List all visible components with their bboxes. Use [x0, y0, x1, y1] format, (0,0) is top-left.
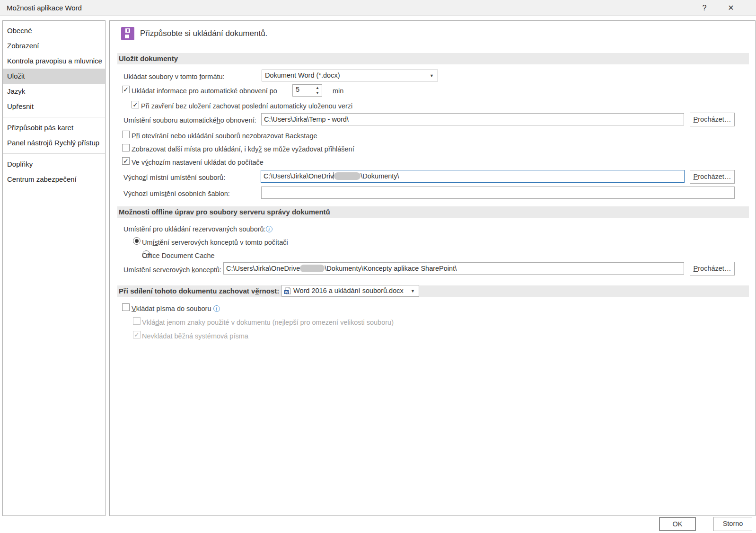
chevron-down-icon: ▼ — [430, 70, 434, 81]
autorecover-location-input[interactable]: C:\Users\Jirka\Temp - word\ — [261, 113, 684, 125]
no-backstage-checkbox[interactable] — [122, 131, 130, 138]
sidebar: Obecné Zobrazení Kontrola pravopisu a ml… — [2, 20, 105, 516]
embed-fonts-label[interactable]: Vkládat písma do souboru i — [132, 304, 220, 313]
fidelity-label: Při sdílení tohoto dokumentu zachovat vě… — [119, 287, 279, 295]
checkout-location-label: Umístění pro ukládání rezervovaných soub… — [123, 225, 273, 233]
main-panel: Přizpůsobte si ukládání dokumentů. Uloži… — [109, 20, 756, 516]
server-drafts-location-label: Umístění serverových konceptů: — [123, 266, 221, 274]
no-common-fonts-checkbox — [133, 331, 141, 338]
keep-last-autosave-label[interactable]: Při zavření bez uložení zachovat posledn… — [141, 102, 352, 110]
autorecover-location-label: Umístění souboru automatického obnovení: — [123, 116, 256, 124]
info-icon[interactable]: i — [213, 305, 220, 312]
no-backstage-label[interactable]: Při otevírání nebo ukládání souborů nezo… — [132, 132, 317, 140]
default-local-input[interactable]: C:\Users\Jirka\OneDriv\Dokumenty\ — [261, 170, 685, 183]
sidebar-item-rychly-pristup[interactable]: Panel nástrojů Rychlý přístup — [3, 135, 105, 151]
default-local-value-post: \Dokumenty\ — [360, 172, 399, 180]
subset-fonts-checkbox — [133, 317, 141, 325]
minutes-label: min — [333, 87, 343, 95]
stepper-down-icon[interactable]: ▼ — [316, 91, 319, 95]
ok-button[interactable]: OK — [659, 517, 696, 531]
autosave-minutes-stepper[interactable]: 5 ▲ ▼ — [292, 84, 322, 97]
browse-server-drafts-button[interactable]: Procházet… — [690, 262, 735, 275]
format-dropdown[interactable]: Dokument Word (*.docx) ▼ — [262, 70, 438, 81]
server-drafts-radio[interactable] — [133, 237, 141, 245]
browse-default-local-button[interactable]: Procházet… — [690, 170, 735, 184]
sidebar-item-upresnit[interactable]: Upřesnit — [3, 99, 105, 114]
keep-last-autosave-checkbox[interactable] — [132, 101, 139, 108]
sidebar-divider — [3, 153, 105, 154]
stepper-up-icon[interactable]: ▲ — [316, 86, 319, 90]
checkout-location-text: Umístění pro ukládání rezervovaných soub… — [123, 225, 266, 233]
default-local-label: Výchozí místní umístění souborů: — [123, 173, 225, 182]
no-common-fonts-label: Nevkládat běžná systémová písma — [142, 332, 248, 340]
format-label: Ukládat soubory v tomto formátu: — [123, 72, 225, 81]
templates-location-label: Výchozí umístění osobních šablon: — [123, 189, 230, 198]
cancel-button[interactable]: Storno — [713, 517, 752, 531]
page-title: Přizpůsobte si ukládání dokumentů. — [140, 29, 267, 38]
dialog-title: Možnosti aplikace Word — [7, 4, 82, 12]
info-icon[interactable]: i — [266, 226, 273, 232]
autosave-checkbox[interactable] — [122, 86, 130, 93]
subset-fonts-label: Vkládat jenom znaky použité v dokumentu … — [142, 318, 394, 327]
svg-text:W: W — [285, 290, 288, 294]
embed-fonts-text: Vkládat písma do souboru — [132, 305, 211, 312]
save-to-computer-label[interactable]: Ve výchozím nastavení ukládat do počítač… — [132, 158, 264, 167]
templates-location-input[interactable] — [261, 187, 735, 199]
more-places-label[interactable]: Zobrazovat další místa pro ukládání, i k… — [132, 145, 354, 153]
sidebar-item-ulozit[interactable]: Uložit — [3, 69, 105, 84]
redacted-text — [334, 172, 360, 180]
server-drafts-value-post: \Dokumenty\Koncepty aplikace SharePoint\ — [325, 265, 457, 272]
dialog-titlebar: Možnosti aplikace Word ? ✕ — [0, 0, 756, 16]
section-save-documents: Uložit dokumenty — [117, 53, 749, 64]
fidelity-document-dropdown[interactable]: W Word 2016 a ukládání souborů.docx ▼ — [281, 285, 419, 297]
sidebar-item-obecne[interactable]: Obecné — [3, 23, 105, 38]
sidebar-divider — [3, 117, 105, 117]
default-local-value-pre: C:\Users\Jirka\OneDriv — [264, 172, 334, 180]
sidebar-item-zobrazeni[interactable]: Zobrazení — [3, 38, 105, 53]
sidebar-item-kontrola[interactable]: Kontrola pravopisu a mluvnice — [3, 53, 105, 69]
sidebar-item-pas-karet[interactable]: Přizpůsobit pás karet — [3, 120, 105, 135]
server-drafts-location-input[interactable]: C:\Users\Jirka\OneDrive\Dokumenty\Koncep… — [223, 262, 684, 275]
fidelity-document-value: Word 2016 a ukládání souborů.docx — [293, 287, 404, 294]
embed-fonts-checkbox[interactable] — [122, 303, 130, 311]
autosave-label[interactable]: Ukládat informace pro automatické obnove… — [132, 87, 277, 95]
help-icon[interactable]: ? — [697, 3, 712, 13]
sidebar-item-centrum[interactable]: Centrum zabezpečení — [3, 172, 105, 187]
more-places-checkbox[interactable] — [122, 144, 130, 151]
chevron-down-icon: ▼ — [411, 285, 415, 297]
office-cache-radio-label[interactable]: Office Document Cache — [142, 251, 215, 260]
server-drafts-radio-label[interactable]: Umístění serverových konceptů v tomto po… — [142, 238, 288, 247]
redacted-text — [300, 265, 325, 272]
format-dropdown-value: Dokument Word (*.docx) — [265, 71, 340, 79]
section-fidelity: Při sdílení tohoto dokumentu zachovat vě… — [117, 285, 749, 297]
word-document-icon: W — [284, 287, 291, 294]
sidebar-item-jazyk[interactable]: Jazyk — [3, 84, 105, 99]
close-icon[interactable]: ✕ — [724, 3, 738, 13]
save-floppy-icon — [121, 27, 134, 40]
sidebar-item-doplnky[interactable]: Doplňky — [3, 157, 105, 172]
save-to-computer-checkbox[interactable] — [122, 157, 130, 165]
section-offline-editing: Možnosti offline úprav pro soubory serve… — [117, 206, 749, 218]
autorecover-location-value: C:\Users\Jirka\Temp - word\ — [264, 115, 349, 123]
server-drafts-value-pre: C:\Users\Jirka\OneDrive — [226, 265, 300, 272]
autosave-minutes-value: 5 — [296, 86, 299, 93]
browse-autorecover-button[interactable]: Procházet… — [690, 113, 735, 126]
